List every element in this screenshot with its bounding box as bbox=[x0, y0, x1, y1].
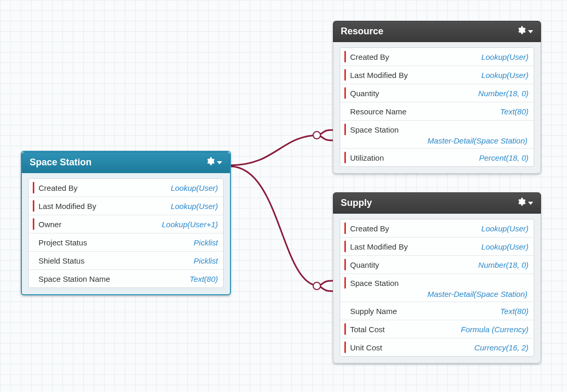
field-row[interactable]: Last Modified By Lookup(User) bbox=[340, 238, 534, 256]
chevron-down-icon bbox=[528, 202, 533, 205]
field-type: Lookup(User) bbox=[481, 71, 529, 80]
field-name: Total Cost bbox=[350, 325, 385, 334]
entity-menu-button[interactable] bbox=[205, 156, 222, 168]
entity-title: Supply bbox=[341, 198, 372, 208]
field-name: Quantity bbox=[350, 260, 379, 269]
entity-body: Created By Lookup(User) Last Modified By… bbox=[22, 173, 230, 294]
field-row[interactable]: Project Status Picklist bbox=[29, 233, 223, 252]
field-name: Supply Name bbox=[350, 307, 397, 316]
field-name: Unit Cost bbox=[350, 343, 382, 352]
field-row[interactable]: Created By Lookup(User) bbox=[340, 219, 534, 238]
field-type: Number(18, 0) bbox=[478, 260, 529, 269]
field-row[interactable]: Created By Lookup(User) bbox=[340, 48, 534, 66]
field-row[interactable]: Created By Lookup(User) bbox=[29, 179, 223, 197]
field-list: Created By Lookup(User) Last Modified By… bbox=[340, 47, 534, 167]
field-type: Lookup(User) bbox=[481, 224, 529, 233]
entity-header-space-station[interactable]: Space Station bbox=[22, 152, 230, 173]
field-type: Text(80) bbox=[190, 275, 218, 283]
entity-resource[interactable]: Resource Created By Lookup(User) Last Mo… bbox=[333, 21, 541, 174]
field-name: Quantity bbox=[350, 89, 379, 98]
field-type: Lookup(User+1) bbox=[162, 220, 218, 229]
field-name: Shield Status bbox=[38, 256, 84, 265]
field-row[interactable]: Supply Name Text(80) bbox=[340, 302, 534, 320]
field-name: Last Modified By bbox=[350, 242, 408, 251]
field-type: Formula (Currency) bbox=[461, 325, 529, 334]
entity-header-resource[interactable]: Resource bbox=[333, 21, 541, 42]
field-row[interactable]: Quantity Number(18, 0) bbox=[340, 256, 534, 274]
field-type: Picklist bbox=[194, 256, 218, 265]
field-row[interactable]: Owner Lookup(User+1) bbox=[29, 215, 223, 233]
field-type: Lookup(User) bbox=[171, 184, 218, 192]
field-row[interactable]: Last Modified By Lookup(User) bbox=[29, 197, 223, 215]
entity-title: Space Station bbox=[30, 157, 92, 168]
field-type: Picklist bbox=[194, 238, 218, 247]
gear-icon bbox=[517, 25, 526, 37]
field-row[interactable]: Shield Status Picklist bbox=[29, 252, 223, 270]
entity-body: Created By Lookup(User) Last Modified By… bbox=[333, 214, 541, 363]
entity-space-station[interactable]: Space Station Created By Lookup(User) La… bbox=[21, 151, 231, 295]
field-type: Number(18, 0) bbox=[478, 89, 529, 98]
field-type: Lookup(User) bbox=[481, 53, 529, 61]
entity-supply[interactable]: Supply Created By Lookup(User) Last Modi… bbox=[333, 192, 541, 363]
field-list: Created By Lookup(User) Last Modified By… bbox=[28, 178, 224, 288]
field-type: Master-Detail(Space Station) bbox=[344, 289, 529, 298]
field-type: Text(80) bbox=[500, 107, 529, 116]
entity-body: Created By Lookup(User) Last Modified By… bbox=[333, 42, 541, 174]
field-row[interactable]: Space Station Name Text(80) bbox=[29, 270, 223, 288]
field-type: Currency(16, 2) bbox=[474, 343, 529, 352]
chevron-down-icon bbox=[528, 30, 533, 33]
field-row[interactable]: Last Modified By Lookup(User) bbox=[340, 66, 534, 84]
field-row-master-detail[interactable]: Space Station Master-Detail(Space Statio… bbox=[340, 121, 534, 149]
entity-header-supply[interactable]: Supply bbox=[333, 192, 541, 214]
field-list: Created By Lookup(User) Last Modified By… bbox=[340, 219, 534, 357]
svg-point-0 bbox=[313, 132, 320, 139]
field-name: Project Status bbox=[38, 238, 87, 247]
field-row-master-detail[interactable]: Space Station Master-Detail(Space Statio… bbox=[340, 274, 534, 302]
gear-icon bbox=[205, 156, 215, 168]
field-type: Master-Detail(Space Station) bbox=[344, 135, 529, 145]
field-name: Last Modified By bbox=[350, 71, 408, 80]
schema-canvas[interactable]: Space Station Created By Lookup(User) La… bbox=[0, 0, 567, 392]
gear-icon bbox=[517, 197, 526, 209]
field-name: Owner bbox=[38, 220, 61, 229]
entity-title: Resource bbox=[341, 26, 383, 37]
field-name: Created By bbox=[350, 53, 389, 61]
svg-point-1 bbox=[313, 282, 320, 290]
entity-menu-button[interactable] bbox=[517, 25, 533, 37]
entity-menu-button[interactable] bbox=[517, 197, 533, 209]
field-row[interactable]: Quantity Number(18, 0) bbox=[340, 84, 534, 102]
field-name: Resource Name bbox=[350, 107, 406, 116]
field-row[interactable]: Utilization Percent(18, 0) bbox=[340, 149, 534, 166]
field-row[interactable]: Unit Cost Currency(16, 2) bbox=[340, 338, 534, 356]
field-name: Space Station bbox=[350, 279, 398, 288]
field-name: Space Station Name bbox=[38, 275, 110, 283]
field-name: Last Modified By bbox=[38, 202, 96, 211]
chevron-down-icon bbox=[217, 161, 222, 164]
field-type: Percent(18, 0) bbox=[479, 153, 529, 162]
field-type: Text(80) bbox=[500, 307, 529, 316]
field-name: Created By bbox=[38, 184, 78, 192]
field-name: Created By bbox=[350, 224, 389, 233]
field-name: Space Station bbox=[350, 125, 398, 134]
field-row[interactable]: Total Cost Formula (Currency) bbox=[340, 320, 534, 338]
field-type: Lookup(User) bbox=[481, 242, 529, 251]
field-type: Lookup(User) bbox=[171, 202, 218, 211]
field-name: Utilization bbox=[350, 153, 384, 162]
field-row[interactable]: Resource Name Text(80) bbox=[340, 102, 534, 121]
